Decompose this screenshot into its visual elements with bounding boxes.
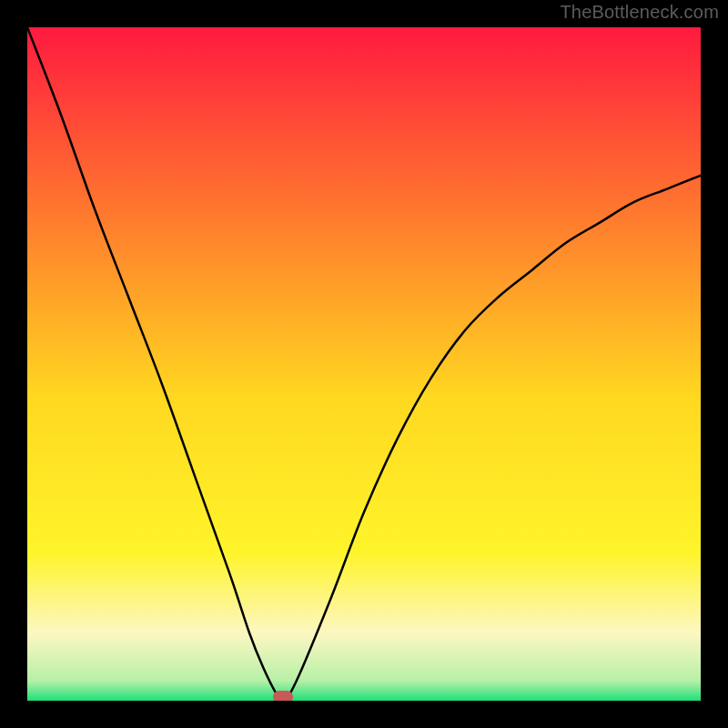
optimal-point-marker — [273, 691, 293, 701]
bottleneck-curve — [27, 27, 701, 701]
watermark-text: TheBottleneck.com — [560, 2, 719, 23]
chart-frame — [27, 27, 701, 701]
